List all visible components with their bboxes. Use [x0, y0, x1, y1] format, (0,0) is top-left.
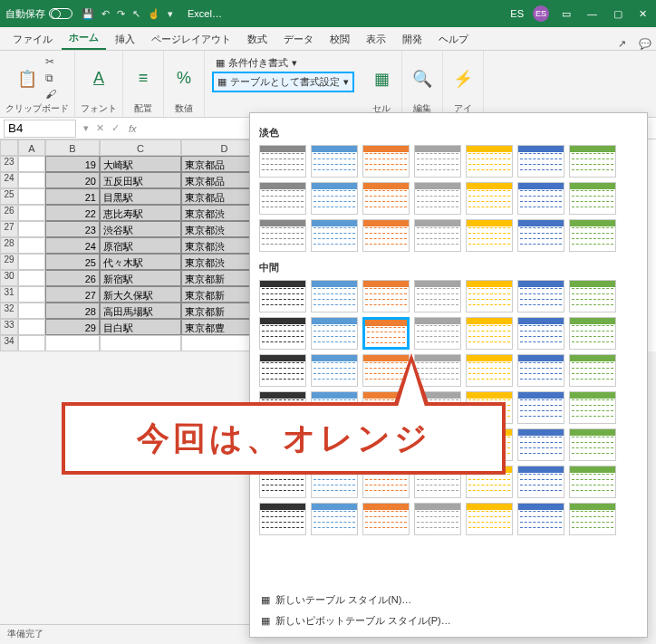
- table-style-swatch[interactable]: [414, 145, 461, 178]
- cell[interactable]: 目黒駅: [100, 188, 181, 205]
- select-all[interactable]: [0, 139, 18, 156]
- cell[interactable]: [18, 254, 45, 270]
- cell[interactable]: 22: [45, 205, 100, 221]
- table-style-swatch[interactable]: [259, 182, 306, 215]
- row-head[interactable]: 24: [0, 172, 18, 188]
- namebox-dropdown-icon[interactable]: ▾: [80, 122, 92, 134]
- table-style-swatch[interactable]: [517, 145, 564, 178]
- cell[interactable]: 五反田駅: [100, 172, 181, 188]
- table-style-swatch[interactable]: [414, 182, 461, 215]
- table-style-swatch[interactable]: [414, 503, 461, 535]
- font-icon[interactable]: A: [84, 64, 113, 93]
- touch-icon[interactable]: ☝: [148, 8, 160, 20]
- table-style-swatch[interactable]: [517, 391, 564, 424]
- cell[interactable]: [18, 205, 45, 221]
- table-style-swatch[interactable]: [466, 219, 513, 252]
- table-style-swatch[interactable]: [362, 219, 410, 252]
- table-style-swatch[interactable]: [466, 182, 513, 215]
- table-style-swatch[interactable]: [259, 354, 306, 387]
- table-style-swatch[interactable]: [466, 280, 513, 312]
- tab-dev[interactable]: 開発: [395, 29, 429, 50]
- avatar[interactable]: ES: [533, 5, 549, 22]
- cut-icon[interactable]: ✂: [45, 55, 62, 70]
- table-style-swatch[interactable]: [569, 182, 616, 215]
- cell[interactable]: 渋谷駅: [100, 221, 181, 237]
- cell[interactable]: 25: [45, 254, 100, 270]
- cell[interactable]: [18, 188, 45, 205]
- cursor-icon[interactable]: ↖: [132, 8, 140, 20]
- redo-icon[interactable]: ↷: [117, 8, 125, 20]
- tab-view[interactable]: 表示: [359, 29, 393, 50]
- cell[interactable]: [18, 221, 45, 237]
- cancel-icon[interactable]: ✕: [92, 122, 108, 134]
- table-style-swatch[interactable]: [517, 428, 564, 461]
- row-head[interactable]: 29: [0, 254, 18, 270]
- table-style-swatch[interactable]: [569, 391, 616, 424]
- cell[interactable]: 29: [45, 319, 100, 335]
- row-head[interactable]: 32: [0, 303, 18, 319]
- tab-help[interactable]: ヘルプ: [431, 29, 476, 50]
- table-style-swatch[interactable]: [311, 503, 358, 535]
- table-style-swatch[interactable]: [259, 219, 306, 252]
- fx-icon[interactable]: fx: [123, 123, 142, 134]
- tab-review[interactable]: 校閲: [323, 29, 357, 50]
- row-head[interactable]: 23: [0, 156, 18, 172]
- cell[interactable]: [18, 303, 45, 319]
- table-style-swatch[interactable]: [569, 466, 616, 498]
- row-head[interactable]: 26: [0, 205, 18, 221]
- comments-icon[interactable]: 💬: [634, 38, 656, 50]
- cell[interactable]: [18, 172, 45, 188]
- col-head[interactable]: A: [18, 139, 45, 156]
- cell[interactable]: 21: [45, 188, 100, 205]
- table-style-swatch[interactable]: [466, 317, 513, 350]
- cell[interactable]: 目白駅: [100, 319, 181, 335]
- table-style-swatch[interactable]: [259, 145, 306, 178]
- cell[interactable]: [18, 286, 45, 303]
- cell[interactable]: [18, 156, 45, 172]
- row-head[interactable]: 25: [0, 188, 18, 205]
- table-style-swatch[interactable]: [466, 503, 513, 535]
- table-style-swatch[interactable]: [311, 219, 358, 252]
- brush-icon[interactable]: 🖌: [45, 88, 62, 102]
- table-style-swatch[interactable]: [569, 503, 616, 535]
- cell[interactable]: 20: [45, 172, 100, 188]
- autosave-toggle[interactable]: 自動保存: [5, 7, 72, 21]
- table-style-swatch[interactable]: [414, 219, 461, 252]
- tab-file[interactable]: ファイル: [5, 29, 60, 50]
- row-head[interactable]: 28: [0, 237, 18, 254]
- cell[interactable]: [100, 335, 181, 351]
- cell[interactable]: 新大久保駅: [100, 286, 181, 303]
- edit-icon[interactable]: 🔍: [408, 64, 437, 93]
- table-style-swatch[interactable]: [517, 466, 564, 498]
- cell[interactable]: 26: [45, 270, 100, 286]
- undo-icon[interactable]: ↶: [101, 8, 110, 20]
- row-head[interactable]: 33: [0, 319, 18, 335]
- table-style-swatch[interactable]: [517, 219, 564, 252]
- new-pivot-style-button[interactable]: ▦新しいピボットテーブル スタイル(P)…: [259, 610, 638, 631]
- ideas-icon[interactable]: ⚡: [449, 64, 478, 93]
- minimize-icon[interactable]: —: [584, 8, 601, 19]
- row-head[interactable]: 31: [0, 286, 18, 303]
- tab-formula[interactable]: 数式: [240, 29, 275, 50]
- row-head[interactable]: 34: [0, 335, 18, 351]
- table-style-swatch[interactable]: [517, 503, 564, 535]
- table-style-swatch[interactable]: [362, 182, 410, 215]
- tab-data[interactable]: データ: [276, 29, 321, 50]
- ribbon-options-icon[interactable]: ▭: [558, 8, 574, 20]
- cell[interactable]: [18, 319, 45, 335]
- close-icon[interactable]: ✕: [635, 8, 651, 20]
- cell-icon[interactable]: ▦: [367, 64, 396, 93]
- table-style-swatch[interactable]: [517, 354, 564, 387]
- table-style-swatch[interactable]: [311, 145, 358, 178]
- table-style-swatch[interactable]: [569, 317, 616, 350]
- tab-insert[interactable]: 挿入: [108, 29, 142, 50]
- number-icon[interactable]: %: [169, 64, 198, 93]
- toggle-icon[interactable]: [49, 8, 72, 19]
- cell[interactable]: 24: [45, 237, 100, 254]
- new-table-style-button[interactable]: ▦新しいテーブル スタイル(N)…: [259, 590, 638, 610]
- format-as-table-button[interactable]: ▦ テーブルとして書式設定▾: [212, 72, 354, 92]
- table-style-swatch[interactable]: [569, 428, 616, 461]
- table-style-swatch[interactable]: [466, 145, 513, 178]
- cell[interactable]: [45, 335, 100, 351]
- table-style-swatch[interactable]: [569, 145, 616, 178]
